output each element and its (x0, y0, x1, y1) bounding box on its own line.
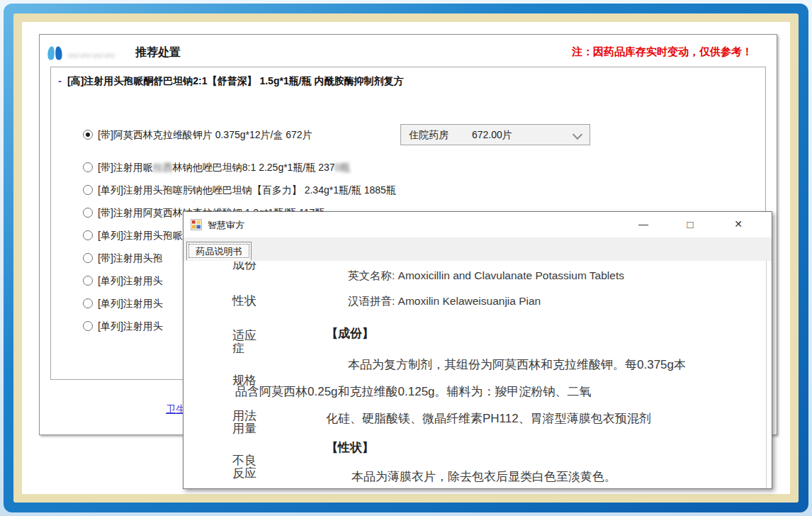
radio-icon[interactable] (83, 276, 93, 286)
pinyin-line: 汉语拼音: Amoxilin Kelaweisuanjia Pian (348, 294, 541, 309)
option-label: [带]注射用哌拉西林钠他唑巴坦钠8:1 2.25g*1瓶/瓶 2370瓶 (98, 162, 350, 174)
sidebar-item-component[interactable]: 成份 (232, 262, 261, 270)
stock-notice: 注：因药品库存实时变动，仅供参考！ (572, 45, 752, 59)
tab-drug-leaflet[interactable]: 药品说明书 (186, 242, 252, 260)
sidebar-item-adverse[interactable]: 不良反应 (232, 454, 261, 480)
character-text-line: 本品为薄膜衣片，除去包衣后显类白色至淡黄色。 (351, 469, 616, 485)
option-row[interactable]: [单列]注射用头孢噻肟钠他唑巴坦钠【百多力】 2.34g*1瓶/瓶 1885瓶 (51, 184, 765, 200)
group-header: [高]注射用头孢哌酮舒巴坦钠2:1【舒普深】 1.5g*1瓶/瓶 内酰胺酶抑制剂… (67, 75, 403, 88)
radio-icon[interactable] (83, 208, 93, 218)
sidebar-item-indication[interactable]: 适应症 (232, 330, 261, 355)
close-icon[interactable]: ✕ (722, 212, 755, 237)
section-title-character: 【性状】 (326, 439, 374, 456)
chevron-down-icon (573, 130, 582, 140)
option-label: [带]注射用头孢 (98, 252, 163, 265)
component-text-line: 品含阿莫西林0.25g和克拉维酸0.125g。辅料为：羧甲淀粉钠、二氧 (235, 383, 592, 400)
redacted-brand-text: 〰〰〰〰 (68, 47, 116, 62)
redacted-text: 拉西 (153, 162, 173, 173)
smart-review-dialog: 智慧审方 — □ ✕ 药品说明书 成份 性状 适应症 规格 用法用量 不良反应 … (183, 211, 772, 489)
winforms-app-icon (191, 219, 202, 230)
radio-icon[interactable] (83, 298, 93, 308)
dialog-titlebar[interactable]: 智慧审方 — □ ✕ (184, 212, 772, 237)
screenshot-stage: 〰〰〰〰 推荐处置 注：因药品库存实时变动，仅供参考！ - [高]注射用头孢哌酮… (0, 0, 812, 516)
option-label: [单列]注射用头孢噻肟钠他唑巴坦钠【百多力】 2.34g*1瓶/瓶 1885瓶 (98, 184, 396, 197)
pharmacy-name: 住院药房 (409, 129, 449, 142)
sidebar-item-character[interactable]: 性状 (232, 295, 261, 308)
section-title-component: 【成份】 (326, 325, 374, 342)
maximize-icon[interactable]: □ (674, 212, 706, 237)
radio-icon[interactable] (83, 253, 93, 263)
option-label: [带]阿莫西林克拉维酸钾片 0.375g*12片/盒 672片 (98, 129, 312, 142)
option-label: [单列]注射用头 (98, 320, 163, 333)
stock-quantity: 672.00片 (472, 129, 512, 142)
radio-selected-icon[interactable] (83, 130, 93, 140)
radio-icon[interactable] (83, 162, 93, 172)
radio-icon[interactable] (83, 321, 93, 331)
page-title: 推荐处置 (135, 45, 181, 60)
leaflet-content: 成份 性状 适应症 规格 用法用量 不良反应 英文名称: Amoxicillin… (184, 261, 772, 488)
english-name-line: 英文名称: Amoxicillin and Clavulanate Potass… (348, 269, 624, 284)
content-right-border (766, 261, 767, 488)
pharmacy-stock-select[interactable]: 住院药房 672.00片 (400, 124, 590, 145)
option-label: [单列]注射用头 (98, 298, 163, 310)
collapse-indicator[interactable]: - (58, 74, 62, 86)
radio-icon[interactable] (83, 185, 93, 195)
sidebar-item-usage[interactable]: 用法用量 (232, 410, 261, 435)
component-text-line: 化硅、硬脂酸镁、微晶纤维素PH112、胃溶型薄膜包衣预混剂 (326, 410, 651, 427)
app-logo-icon (45, 44, 64, 63)
option-label: [单列]注射用头 (98, 275, 163, 288)
minimize-icon[interactable]: — (627, 212, 660, 237)
radio-icon[interactable] (83, 230, 93, 240)
redacted-text: 0瓶 (335, 162, 351, 173)
tab-strip: 药品说明书 (184, 237, 772, 261)
dialog-title: 智慧审方 (208, 219, 244, 232)
component-text-line: 本品为复方制剂，其组份为阿莫西林和克拉维酸钾。每0.375g本 (348, 357, 686, 373)
option-row[interactable]: [带]注射用哌拉西林钠他唑巴坦钠8:1 2.25g*1瓶/瓶 2370瓶 (51, 162, 765, 177)
